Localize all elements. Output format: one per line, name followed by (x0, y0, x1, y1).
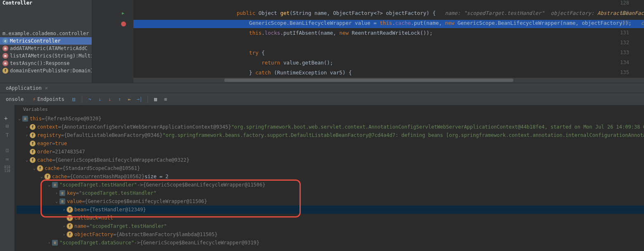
package-label: m.example.colademo.controller (0, 30, 92, 37)
expander-icon[interactable]: ⌄ (31, 166, 37, 170)
endpoints-icon: ⚡ (33, 96, 36, 102)
var-type-icon: f (30, 149, 36, 155)
var-type-icon: f (67, 232, 73, 237)
expander-icon[interactable]: › (24, 125, 30, 129)
line-number[interactable]: 135 (620, 69, 629, 75)
expander-icon[interactable]: ⌄ (46, 183, 52, 187)
line-number[interactable]: 133 (620, 50, 629, 55)
line-number[interactable]: 134 (620, 60, 629, 65)
expander-icon[interactable]: › (54, 191, 59, 195)
var-row[interactable]: ›≡"scopedTarget.dataSource" -> {GenericS… (17, 239, 644, 247)
expander-icon[interactable]: › (46, 241, 52, 245)
strip-icon-4[interactable]: ∞ (4, 156, 11, 164)
var-type-icon: ≡ (59, 198, 65, 204)
var-type-icon: f (37, 165, 43, 171)
expander-icon[interactable]: › (61, 208, 67, 212)
expander-icon[interactable]: ⌄ (54, 199, 59, 203)
expander-icon[interactable]: ⌄ (39, 175, 45, 179)
var-row[interactable]: ⌄fcache = {StandardScopeCache@10561} (17, 164, 644, 172)
step-into-icon[interactable]: ↓ (96, 96, 104, 103)
expander-icon[interactable]: › (24, 133, 30, 137)
strip-icon-5[interactable]: 010110 (4, 165, 11, 173)
tab-label: oApplication (6, 85, 42, 91)
evaluate-icon[interactable]: ▦ (152, 96, 159, 103)
var-type-icon: f (67, 215, 73, 221)
class-label: MetricsController (10, 38, 61, 44)
var-row[interactable]: ⌄fcache = {GenericScope$BeanLifecycleWra… (17, 156, 644, 164)
class-icon: c (2, 38, 8, 44)
expander-icon[interactable]: › (61, 224, 67, 228)
var-row[interactable]: ⌄≡value = {GenericScope$BeanLifecycleWra… (17, 197, 644, 206)
layout-icon[interactable]: ▤ (70, 96, 78, 103)
var-row[interactable]: ›fobjectFactory = {AbstractBeanFactory$l… (17, 230, 644, 239)
vars-left-strip: + ⊟ T ◫ ∞ 010110 (0, 105, 15, 251)
field-label: domainEventPublisher:DomainI (10, 68, 92, 74)
method-item-2[interactable]: mtestAsync():Response (0, 60, 92, 67)
var-row[interactable]: ›fbean = {TestHandler@12349} (17, 206, 644, 214)
code-line[interactable]: } catch (RuntimeException var5) { (138, 69, 352, 76)
var-row[interactable]: feager = true (17, 139, 644, 148)
scrollbar-thumb[interactable] (224, 79, 513, 82)
var-row[interactable]: forder = 2147483547 (17, 148, 644, 156)
var-row[interactable]: ›fregistry = {DefaultListableBeanFactory… (17, 131, 644, 139)
debug-session-tab[interactable]: oApplication× (2, 84, 51, 92)
method-label: testAsync():Response (10, 60, 70, 66)
method-item-1[interactable]: mlistATAMetrics(String):MultiRes (0, 52, 92, 60)
expander-icon[interactable]: › (61, 232, 67, 237)
endpoints-label: Endpoints (38, 96, 64, 102)
var-row[interactable]: ›fname = "scopedTarget.testHandler" (17, 222, 644, 230)
step-over-icon[interactable]: ↷ (86, 96, 94, 103)
method-item-0[interactable]: maddATAMetric(ATAMetricAddC (0, 45, 92, 52)
method-label: addATAMetric(ATAMetricAddC (10, 45, 88, 51)
var-type-icon: f (30, 141, 36, 146)
method-icon: m (2, 60, 8, 66)
class-item-selected[interactable]: c MetricsController (0, 37, 92, 45)
run-gutter-icon[interactable] (122, 11, 128, 17)
code-line[interactable]: return value.getBean(); (138, 60, 333, 66)
add-watch-icon[interactable]: + (4, 115, 7, 122)
breakpoint-icon[interactable] (121, 22, 126, 26)
endpoints-tab[interactable]: ⚡Endpoints (29, 96, 67, 103)
var-type-icon: f (67, 223, 73, 229)
field-item-0[interactable]: fdomainEventPublisher:DomainI (0, 67, 92, 74)
var-row[interactable]: ›≡key = "scopedTarget.testHandler" (17, 189, 644, 197)
var-row[interactable]: ›fcontext = {AnnotationConfigServletWebS… (17, 123, 644, 131)
var-type-icon: f (30, 124, 36, 130)
var-type-icon: ≡ (52, 240, 58, 246)
code-line[interactable]: public Object get(String name, ObjectFac… (138, 10, 644, 16)
code-line[interactable]: this.locks.putIfAbsent(name, new Reentra… (138, 30, 433, 36)
var-type-icon: f (30, 157, 36, 163)
var-row[interactable]: fcallback = null (17, 214, 644, 222)
expander-icon[interactable]: ⌄ (17, 117, 22, 121)
strip-icon-3[interactable]: ◫ (4, 147, 11, 155)
code-line[interactable]: try { (138, 50, 265, 56)
debug-tabs-row: oApplication× (0, 83, 644, 93)
step-out-icon[interactable]: ↑ (116, 96, 124, 103)
run-to-cursor-icon[interactable]: →| (136, 96, 143, 103)
strip-icon-2[interactable]: T (4, 132, 11, 140)
line-number[interactable]: 131 (620, 30, 629, 36)
close-icon[interactable]: × (45, 85, 48, 91)
debug-toolbar: onsole ⚡Endpoints ▤ ↷ ↓ ↓ ↑ ⇤ →| ▦ ≡ (0, 93, 644, 105)
drop-frame-icon[interactable]: ⇤ (126, 96, 133, 103)
code-line[interactable]: GenericScope.BeanLifecycleWrapper value … (138, 20, 644, 26)
method-icon: m (2, 45, 8, 51)
var-row[interactable]: ⌄≡this = {RefreshScope@9320} (17, 115, 644, 123)
console-tab[interactable]: onsole (2, 96, 27, 103)
var-type-icon: f (67, 207, 73, 213)
field-icon: f (2, 68, 8, 74)
var-row[interactable]: ⌄≡"scopedTarget.testHandler" -> {Generic… (17, 181, 644, 189)
method-icon: m (2, 53, 8, 59)
trace-icon[interactable]: ≡ (162, 96, 169, 103)
force-step-into-icon[interactable]: ↓ (106, 96, 114, 103)
line-number[interactable]: 132 (620, 40, 629, 45)
line-number[interactable]: 128 (620, 0, 629, 6)
code-editor[interactable]: 128129public Object get(String name, Obj… (92, 0, 644, 83)
method-label: listATAMetrics(String):MultiRes (10, 53, 92, 59)
sidebar-header: Controller (0, 0, 92, 7)
var-row[interactable]: ⌄fcache = {ConcurrentHashMap@10562} size… (17, 172, 644, 181)
expander-icon[interactable]: ⌄ (24, 158, 30, 162)
strip-icon-1[interactable]: ⊟ (4, 123, 11, 131)
variables-tree[interactable]: ⌄≡this = {RefreshScope@9320}›fcontext = … (17, 114, 644, 247)
horizontal-scrollbar[interactable] (133, 78, 644, 83)
